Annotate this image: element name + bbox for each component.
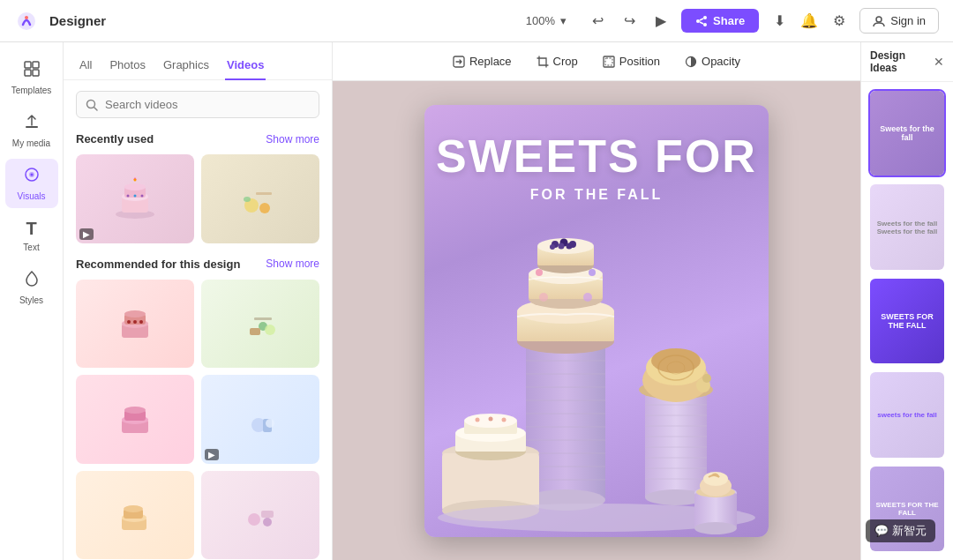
media-thumb-rec-6[interactable]: [201, 471, 319, 560]
search-bar[interactable]: [76, 91, 319, 118]
crop-icon: [537, 56, 549, 68]
recommended-header: Recommended for this design Show more: [76, 258, 319, 271]
sign-in-button[interactable]: Sign in: [859, 8, 939, 34]
video-badge-1: ▶: [79, 228, 94, 240]
download-button[interactable]: ⬇: [769, 11, 789, 31]
idea-2-label: Sweets for the fallSweets for the fall: [877, 220, 937, 235]
svg-point-34: [124, 310, 146, 317]
templates-label: Templates: [11, 86, 52, 95]
sidebar-item-my-media[interactable]: My media: [5, 106, 58, 155]
media-thumb-rec-4[interactable]: ▶: [201, 375, 319, 464]
svg-point-45: [124, 407, 146, 414]
recommended-show-more[interactable]: Show more: [266, 258, 319, 270]
svg-rect-39: [250, 328, 260, 335]
svg-rect-70: [605, 58, 612, 65]
svg-point-1: [25, 16, 28, 19]
canvas-toolbar: Replace Crop Position Opacity: [333, 42, 860, 81]
svg-point-100: [536, 269, 543, 276]
svg-point-133: [502, 417, 507, 422]
media-thumb-recent-1[interactable]: ▶: [76, 154, 194, 243]
opacity-label: Opacity: [702, 55, 740, 68]
zoom-value: 100%: [526, 14, 555, 27]
svg-rect-12: [26, 126, 38, 128]
design-ideas-list: Sweets for the fall Sweets for the fallS…: [861, 82, 953, 560]
toolbar-icons: ↩ ↪ ▶: [588, 11, 671, 31]
design-idea-1[interactable]: Sweets for the fall: [868, 89, 946, 177]
svg-point-102: [539, 293, 548, 302]
tab-all[interactable]: All: [78, 51, 94, 80]
canvas-image: [424, 237, 769, 537]
sidebar-nav: Templates My media Visuals T Text Styles: [0, 42, 64, 560]
redo-button[interactable]: ↪: [619, 11, 639, 31]
svg-point-7: [876, 17, 882, 22]
wechat-label: 新智元: [892, 524, 927, 537]
media-thumb-recent-2[interactable]: [201, 154, 319, 243]
app-title: Designer: [49, 13, 106, 28]
sidebar-item-text[interactable]: T Text: [5, 212, 58, 259]
svg-point-122: [702, 374, 711, 383]
replace-button[interactable]: Replace: [442, 49, 522, 73]
design-idea-2[interactable]: Sweets for the fallSweets for the fall: [868, 183, 946, 271]
recently-used-show-more[interactable]: Show more: [266, 133, 319, 146]
sidebar-item-templates[interactable]: Templates: [5, 53, 58, 102]
share-label: Share: [713, 14, 745, 27]
svg-point-22: [124, 183, 146, 190]
media-thumb-rec-5[interactable]: [76, 471, 194, 560]
design-ideas-title: Design Ideas: [870, 49, 934, 74]
media-thumb-rec-1[interactable]: [76, 280, 194, 369]
title-bar: Designer 100% ▾ ↩ ↪ ▶ Share ⬇ 🔔 ⚙ Sign i…: [0, 0, 953, 42]
svg-rect-41: [254, 317, 272, 320]
idea-3-label: SWEETS FOR THE FALL: [874, 312, 941, 330]
svg-rect-8: [25, 62, 31, 68]
sidebar-item-styles[interactable]: Styles: [5, 263, 58, 312]
settings-icon[interactable]: ⚙: [829, 11, 849, 31]
svg-line-17: [94, 107, 98, 110]
sign-in-label: Sign in: [890, 14, 926, 27]
recommended-grid: ▶: [76, 280, 319, 561]
canvas-title: SWEETS FOR: [436, 131, 757, 182]
tab-videos[interactable]: Videos: [225, 51, 266, 80]
search-icon: [86, 99, 98, 111]
svg-point-23: [134, 178, 137, 181]
recently-used-title: Recently used: [76, 132, 154, 146]
svg-point-36: [133, 320, 137, 324]
media-thumb-rec-2[interactable]: [201, 280, 319, 369]
media-thumb-rec-3[interactable]: [76, 375, 194, 464]
svg-point-15: [30, 174, 33, 176]
svg-point-2: [703, 16, 707, 19]
bell-icon[interactable]: 🔔: [799, 11, 819, 31]
design-ideas-close[interactable]: ✕: [934, 55, 944, 69]
design-canvas[interactable]: SWEETS FOR FOR THE FALL: [424, 105, 769, 537]
zoom-control: 100% ▾: [526, 14, 567, 27]
canvas-wrapper[interactable]: SWEETS FOR FOR THE FALL: [407, 81, 786, 560]
zoom-chevron[interactable]: ▾: [560, 14, 567, 27]
design-idea-4[interactable]: sweets for the fall: [868, 370, 946, 459]
replace-label: Replace: [469, 55, 512, 68]
svg-rect-30: [256, 192, 272, 195]
sidebar-item-visuals[interactable]: Visuals: [5, 159, 58, 208]
search-input[interactable]: [105, 98, 310, 111]
crop-label: Crop: [553, 55, 578, 68]
svg-rect-55: [261, 511, 274, 518]
svg-point-24: [127, 194, 130, 197]
share-button[interactable]: Share: [681, 9, 759, 33]
crop-button[interactable]: Crop: [526, 49, 589, 73]
svg-line-6: [700, 22, 703, 24]
tab-graphics[interactable]: Graphics: [161, 51, 211, 80]
design-idea-3[interactable]: SWEETS FOR THE FALL: [868, 277, 946, 365]
design-ideas-header: Design Ideas ✕: [861, 42, 953, 82]
play-button[interactable]: ▶: [651, 11, 671, 31]
video-badge-2: ▶: [205, 449, 219, 460]
svg-point-25: [134, 194, 137, 197]
visuals-icon: [23, 166, 41, 188]
svg-rect-11: [33, 70, 39, 76]
tab-photos[interactable]: Photos: [108, 51, 146, 80]
position-button[interactable]: Position: [592, 49, 671, 73]
undo-button[interactable]: ↩: [588, 11, 607, 31]
svg-point-97: [559, 243, 565, 249]
svg-point-54: [263, 518, 272, 526]
svg-rect-105: [645, 392, 707, 497]
opacity-button[interactable]: Opacity: [674, 49, 751, 73]
svg-point-53: [248, 513, 260, 526]
svg-point-52: [124, 505, 143, 512]
